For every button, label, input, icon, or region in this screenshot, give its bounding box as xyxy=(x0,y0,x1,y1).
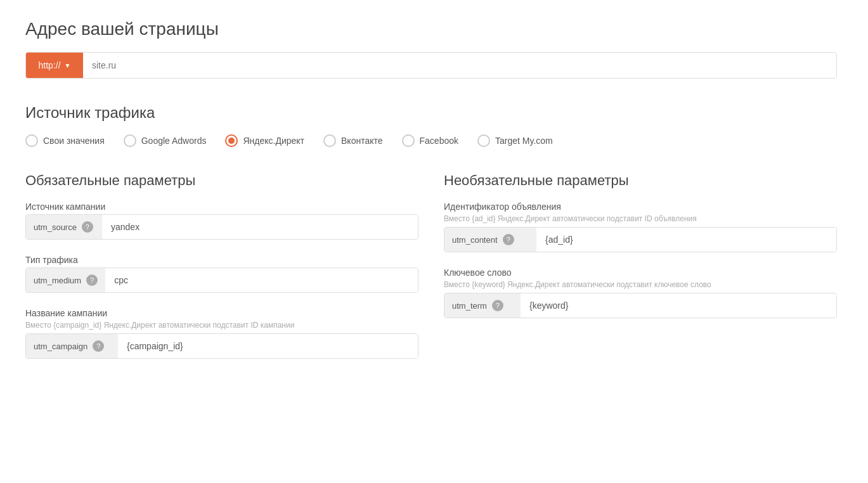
utm-source-input[interactable] xyxy=(102,215,418,239)
optional-params-title: Необязательные параметры xyxy=(444,172,837,189)
utm-campaign-row: utm_campaign ? xyxy=(25,333,418,359)
utm-campaign-hint: Вместо {campaign_id} Яндекс.Директ автом… xyxy=(25,321,418,330)
radio-circle-target xyxy=(477,134,490,147)
utm-term-key-text: utm_term xyxy=(452,301,487,311)
utm-term-help[interactable]: ? xyxy=(492,300,503,311)
utm-source-key: utm_source ? xyxy=(26,215,102,239)
utm-medium-key-text: utm_medium xyxy=(34,276,81,285)
param-group-utm-content: Идентификатор объявления Вместо {ad_id} … xyxy=(444,202,837,252)
utm-source-label: Источник кампании xyxy=(25,202,418,212)
traffic-source-options: Свои значения Google Adwords Яндекс.Дире… xyxy=(25,134,843,147)
utm-campaign-label: Название кампании xyxy=(25,308,418,318)
utm-medium-row: utm_medium ? xyxy=(25,267,418,293)
utm-source-key-text: utm_source xyxy=(34,222,77,232)
radio-circle-yandex xyxy=(225,134,238,147)
utm-content-input[interactable] xyxy=(536,228,836,252)
required-params-title: Обязательные параметры xyxy=(25,172,418,189)
utm-content-help[interactable]: ? xyxy=(503,234,514,245)
utm-term-row: utm_term ? xyxy=(444,293,837,318)
utm-term-hint: Вместо {keyword} Яндекс.Директ автоматич… xyxy=(444,280,837,289)
radio-circle-google xyxy=(124,134,136,147)
utm-content-key: utm_content ? xyxy=(444,228,536,252)
radio-vk[interactable]: Вконтакте xyxy=(323,134,383,147)
protocol-selector[interactable]: http:// ▼ xyxy=(26,53,83,78)
url-input[interactable] xyxy=(83,53,836,78)
radio-circle-facebook xyxy=(402,134,415,147)
utm-content-label: Идентификатор объявления xyxy=(444,202,837,212)
required-params-col: Обязательные параметры Источник кампании… xyxy=(25,172,418,374)
traffic-source-section: Источник трафика Свои значения Google Ad… xyxy=(25,104,843,147)
radio-label-yandex: Яндекс.Директ xyxy=(243,136,304,146)
page-title: Адрес вашей страницы xyxy=(25,19,843,39)
radio-label-target: Target My.com xyxy=(495,136,553,146)
radio-facebook[interactable]: Facebook xyxy=(402,134,458,147)
utm-source-row: utm_source ? xyxy=(25,214,418,240)
param-group-utm-term: Ключевое слово Вместо {keyword} Яндекс.Д… xyxy=(444,267,837,318)
utm-campaign-help[interactable]: ? xyxy=(93,340,104,352)
protocol-label: http:// xyxy=(39,60,61,70)
traffic-source-title: Источник трафика xyxy=(25,104,843,122)
utm-campaign-input[interactable] xyxy=(118,334,418,358)
param-group-utm-source: Источник кампании utm_source ? xyxy=(25,202,418,240)
optional-params-col: Необязательные параметры Идентификатор о… xyxy=(444,172,837,374)
utm-content-key-text: utm_content xyxy=(452,235,498,245)
radio-circle-custom xyxy=(25,134,38,147)
utm-source-help[interactable]: ? xyxy=(82,221,93,233)
utm-medium-key: utm_medium ? xyxy=(26,268,105,292)
radio-label-facebook: Facebook xyxy=(420,136,458,146)
radio-label-google: Google Adwords xyxy=(141,136,207,146)
utm-term-label: Ключевое слово xyxy=(444,267,837,278)
param-group-utm-campaign: Название кампании Вместо {campaign_id} Я… xyxy=(25,308,418,359)
radio-target[interactable]: Target My.com xyxy=(477,134,553,147)
url-bar: http:// ▼ xyxy=(25,52,837,79)
utm-content-hint: Вместо {ad_id} Яндекс.Директ автоматичес… xyxy=(444,214,837,223)
utm-content-row: utm_content ? xyxy=(444,227,837,252)
params-row: Обязательные параметры Источник кампании… xyxy=(25,172,837,374)
utm-campaign-key: utm_campaign ? xyxy=(26,334,118,358)
radio-google[interactable]: Google Adwords xyxy=(124,134,207,147)
radio-yandex[interactable]: Яндекс.Директ xyxy=(225,134,304,147)
radio-custom[interactable]: Свои значения xyxy=(25,134,105,147)
radio-circle-vk xyxy=(323,134,336,147)
utm-medium-help[interactable]: ? xyxy=(86,274,98,286)
utm-medium-label: Тип трафика xyxy=(25,255,418,265)
param-group-utm-medium: Тип трафика utm_medium ? xyxy=(25,255,418,293)
radio-label-vk: Вконтакте xyxy=(341,136,383,146)
radio-label-custom: Свои значения xyxy=(43,136,105,146)
utm-term-key: utm_term ? xyxy=(444,293,521,318)
utm-campaign-key-text: utm_campaign xyxy=(34,342,87,351)
protocol-arrow: ▼ xyxy=(65,62,71,69)
utm-medium-input[interactable] xyxy=(105,268,418,292)
utm-term-input[interactable] xyxy=(521,293,836,318)
